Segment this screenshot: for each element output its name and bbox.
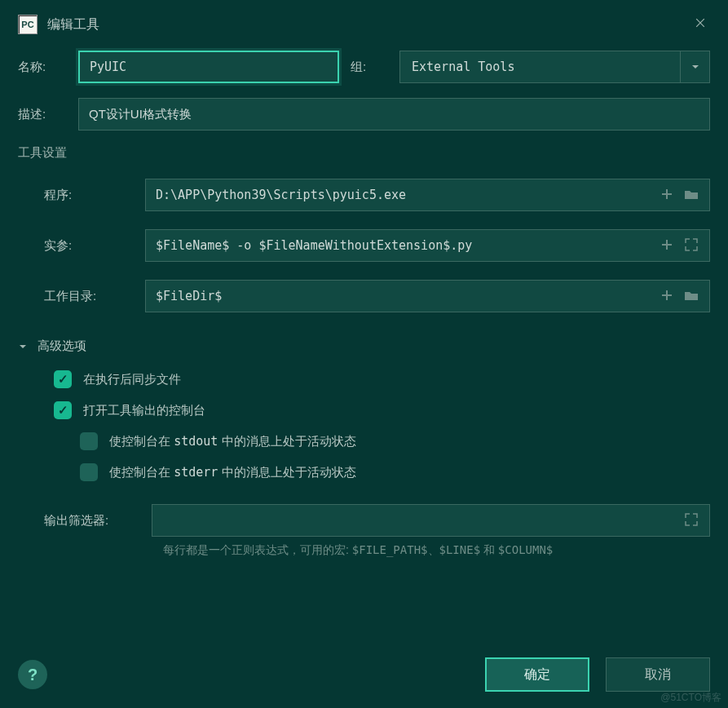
group-label: 组: — [351, 60, 388, 75]
stderr-label: 使控制台在 stderr 中的消息上处于活动状态 — [109, 465, 356, 480]
folder-icon[interactable] — [683, 186, 701, 204]
help-button[interactable]: ? — [18, 660, 47, 689]
open-console-checkbox[interactable]: ✓ — [54, 401, 72, 419]
program-label: 程序: — [44, 188, 134, 203]
advanced-title: 高级选项 — [38, 339, 86, 354]
cancel-button[interactable]: 取消 — [606, 657, 710, 692]
close-icon[interactable] — [694, 16, 710, 33]
name-input[interactable] — [78, 51, 339, 83]
output-filter-input[interactable] — [152, 504, 710, 537]
dialog-footer: ? 确定 取消 — [18, 657, 710, 692]
plus-icon[interactable] — [659, 237, 677, 254]
chevron-down-icon[interactable] — [680, 51, 709, 82]
program-input[interactable]: D:\APP\Python39\Scripts\pyuic5.exe — [145, 179, 710, 211]
dialog-window: PC 编辑工具 名称: 组: External Tools 描述: 工具设置 程… — [0, 0, 728, 708]
desc-label: 描述: — [18, 107, 67, 122]
titlebar: PC 编辑工具 — [18, 15, 710, 34]
tool-settings-section: 工具设置 — [18, 145, 710, 161]
chevron-down-icon — [18, 342, 28, 352]
args-input[interactable]: $FileName$ -o $FileNameWithoutExtension$… — [145, 229, 710, 262]
workdir-input[interactable]: $FileDir$ — [145, 280, 710, 312]
workdir-label: 工作目录: — [44, 289, 134, 304]
open-console-label: 打开工具输出的控制台 — [83, 403, 205, 418]
sync-files-label: 在执行后同步文件 — [83, 372, 181, 387]
stdout-checkbox[interactable] — [80, 432, 98, 450]
group-value: External Tools — [400, 60, 680, 74]
expand-icon[interactable] — [683, 237, 701, 254]
output-filter-label: 输出筛选器: — [44, 513, 140, 529]
name-label: 名称: — [18, 60, 67, 75]
pycharm-logo-icon: PC — [18, 15, 38, 34]
ok-button[interactable]: 确定 — [485, 657, 589, 692]
group-combobox[interactable]: External Tools — [399, 51, 710, 83]
folder-icon[interactable] — [683, 287, 701, 305]
expand-icon[interactable] — [683, 511, 701, 529]
plus-icon[interactable] — [659, 186, 677, 204]
advanced-toggle[interactable]: 高级选项 — [18, 339, 710, 354]
watermark: @51CTO博客 — [660, 691, 721, 705]
dialog-title: 编辑工具 — [47, 16, 99, 33]
output-filter-hint: 每行都是一个正则表达式，可用的宏: $FILE_PATH$、$LINE$ 和 $… — [163, 543, 710, 558]
stderr-checkbox[interactable] — [80, 463, 98, 481]
stdout-label: 使控制台在 stdout 中的消息上处于活动状态 — [109, 434, 356, 449]
sync-files-checkbox[interactable]: ✓ — [54, 370, 72, 388]
args-label: 实参: — [44, 238, 134, 254]
plus-icon[interactable] — [659, 287, 677, 305]
desc-input[interactable] — [78, 98, 710, 131]
